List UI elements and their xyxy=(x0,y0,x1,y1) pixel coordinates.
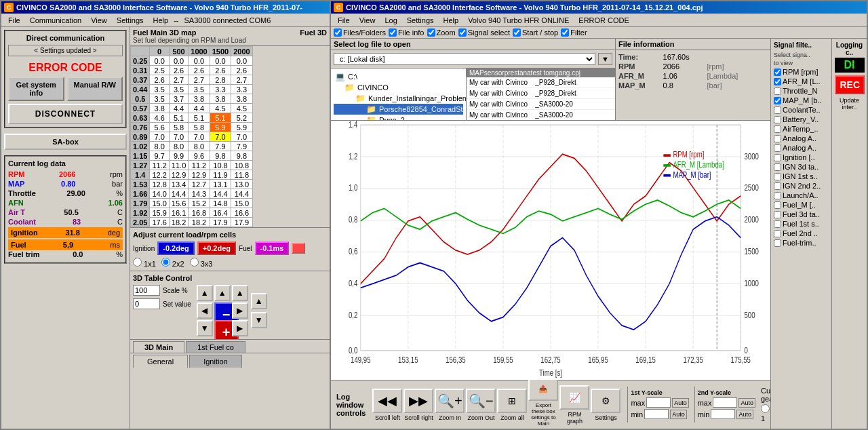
rmenu-settings[interactable]: Settings xyxy=(403,16,438,25)
cb-sig-afr[interactable] xyxy=(774,78,781,85)
zoom-out-btn[interactable]: 🔍− Zoom Out xyxy=(466,389,496,421)
arrow-right[interactable]: ▶ xyxy=(232,302,248,319)
ys-2nd-min-input[interactable] xyxy=(711,409,735,419)
manual-rw-btn[interactable]: Manual R/W xyxy=(67,77,123,101)
menu-help[interactable]: Help xyxy=(149,16,173,25)
cb-sig-analog-a[interactable] xyxy=(774,135,781,142)
cb-sig-coolant[interactable] xyxy=(774,106,781,114)
menu-settings[interactable]: Settings xyxy=(113,16,148,25)
drive-combo[interactable]: c: [Lokal disk] xyxy=(334,53,595,65)
log-file-item[interactable]: My car with Civinco _SA3000-20 xyxy=(467,99,615,110)
cb-sig-airtemp[interactable] xyxy=(774,125,781,133)
cb-sig-battery[interactable] xyxy=(774,116,781,123)
ys-2nd-max-input[interactable] xyxy=(713,397,737,408)
ys-1st-min-auto[interactable]: Auto xyxy=(670,410,687,419)
zoom-in-btn[interactable]: 🔍+ Zoom In xyxy=(435,389,465,421)
rmenu-log[interactable]: Log xyxy=(380,16,401,25)
get-system-btn[interactable]: Get system info xyxy=(8,77,64,101)
scale-input[interactable] xyxy=(133,285,160,296)
zoom-in-label: Zoom In xyxy=(439,414,461,421)
arrow-left[interactable]: ◀ xyxy=(197,302,213,319)
svg-text:1,0: 1,0 xyxy=(349,182,358,193)
cb-sig-throttle[interactable] xyxy=(774,87,781,95)
cb-zoom[interactable] xyxy=(427,28,435,37)
cb-sig-fuel1st[interactable] xyxy=(774,220,781,228)
arrow-down2[interactable]: ▼ xyxy=(251,312,267,328)
arrow-ur[interactable]: ▲ xyxy=(232,285,248,301)
cb-sig-map[interactable] xyxy=(774,97,781,104)
tree-dyno2[interactable]: 📁 Dyno_2 xyxy=(334,115,463,120)
cb-sig-rpm[interactable] xyxy=(774,69,781,76)
cb-sig-analog-b[interactable] xyxy=(774,144,781,152)
log-file-item[interactable]: My car with Civinco _P928_Direkt xyxy=(467,88,615,99)
ys-2nd-min-auto[interactable]: Auto xyxy=(736,410,753,419)
log-file-item[interactable]: My car with Civinco _SA3000-20 xyxy=(467,110,615,120)
rpm-graph-btn[interactable]: 📈 RPM graph xyxy=(559,385,589,425)
export-btn[interactable]: 📤 Export these box settings to Main prog… xyxy=(528,376,558,429)
ignition-neg-btn[interactable]: -0.2deg xyxy=(157,241,195,255)
rmenu-volvo[interactable]: Volvo 940 Turbo HFR ONLINE xyxy=(464,16,573,25)
ys-1st-max-auto[interactable]: Auto xyxy=(672,398,689,408)
scroll-left-btn[interactable]: ◀◀ Scroll left xyxy=(372,389,402,421)
arrow-dl[interactable]: ▼ xyxy=(197,320,213,336)
setval-input[interactable] xyxy=(133,298,160,309)
radio-2x2[interactable]: 2x2 xyxy=(161,258,184,268)
tree-kunder[interactable]: 📁 Kunder_Installningar_Problem... xyxy=(334,93,463,104)
cb-files[interactable] xyxy=(334,28,342,37)
table-row: 1.2711.211.011.210.810.8 xyxy=(131,161,253,170)
rec-btn[interactable]: REC xyxy=(835,75,865,94)
arrow-dr[interactable]: ▶ xyxy=(232,320,248,336)
adjust-row: Ignition -0.2deg +0.2deg Fuel -0.1ms xyxy=(133,241,327,255)
cb-fileinfo[interactable] xyxy=(389,28,397,37)
tree-civinco[interactable]: 📁 CIVINCO xyxy=(334,82,463,93)
radio-3x3[interactable]: 3x3 xyxy=(190,258,213,268)
subtab-ignition[interactable]: Ignition xyxy=(189,355,241,368)
cb-sig-launch[interactable] xyxy=(774,192,781,199)
arrow-ul[interactable]: ▲ xyxy=(197,285,213,301)
ys-1st-min-input[interactable] xyxy=(644,409,669,419)
scroll-right-btn[interactable]: ▶▶ Scroll right xyxy=(403,389,433,421)
cb-sig-ign2nd[interactable] xyxy=(774,182,781,190)
rmenu-file[interactable]: File xyxy=(334,16,354,25)
menu-file[interactable]: File xyxy=(4,16,24,25)
rmenu-help[interactable]: Help xyxy=(439,16,463,25)
settings-updated-btn[interactable]: < Settings updated > xyxy=(8,45,123,56)
cb-startstop[interactable] xyxy=(513,28,521,37)
cb-sig-fuel3d[interactable] xyxy=(774,211,781,218)
rmenu-view[interactable]: View xyxy=(355,16,380,25)
radio-1x1[interactable]: 1x1 xyxy=(133,258,156,268)
folder-icon-porsche: 📁 xyxy=(366,104,376,114)
arrow-up2[interactable]: ▲ xyxy=(251,293,267,309)
ignition-pos-btn[interactable]: +0.2deg xyxy=(197,241,236,255)
ys-2nd-max-auto[interactable]: Auto xyxy=(738,398,755,408)
tree-c[interactable]: 💻 C:\ xyxy=(334,71,463,82)
arrow-up[interactable]: ▲ xyxy=(214,285,231,301)
gear-radio-1[interactable]: 1 xyxy=(761,404,770,423)
cb-filter[interactable] xyxy=(561,28,569,37)
svg-text:169,15: 169,15 xyxy=(635,355,656,365)
cb-sig-fuel2nd[interactable] xyxy=(774,230,781,237)
fuel-adj-btn[interactable]: -0.1ms xyxy=(255,241,290,255)
cb-signal[interactable] xyxy=(458,28,467,37)
tab-3d-main[interactable]: 3D Main xyxy=(133,341,184,353)
cb-sig-ignition[interactable] xyxy=(774,154,781,161)
zoom-all-btn[interactable]: ⊞ Zoom all xyxy=(497,389,527,421)
cb-sig-fueltrim[interactable] xyxy=(774,239,781,247)
sa-box-btn[interactable]: SA-box xyxy=(4,134,127,150)
ys-1st-max-input[interactable] xyxy=(646,397,671,408)
file-dropdown-btn[interactable]: ▼ xyxy=(598,53,612,65)
cb-sig-ign1st[interactable] xyxy=(774,173,781,180)
log-fuel-trim-unit: % xyxy=(116,250,123,258)
rmenu-error[interactable]: ERROR CODE xyxy=(574,16,633,25)
menu-sa3000[interactable]: SA3000 connected COM6 xyxy=(180,16,275,25)
menu-communication[interactable]: Communication xyxy=(26,16,85,25)
cb-sig-fuelm[interactable] xyxy=(774,201,781,209)
menu-view[interactable]: View xyxy=(87,16,111,25)
log-file-item[interactable]: My car with Civinco _P928_Direkt xyxy=(467,77,615,88)
disconnect-btn[interactable]: DISCONNECT xyxy=(8,104,123,124)
tab-1st-fuel[interactable]: 1st Fuel co xyxy=(186,341,245,353)
settings-btn-log[interactable]: ⚙ Settings xyxy=(591,389,620,421)
cb-sig-ign3d[interactable] xyxy=(774,163,781,171)
subtab-general[interactable]: General xyxy=(133,355,188,368)
tree-porsche[interactable]: 📁 Porsche82854_ConradStalka xyxy=(334,104,463,115)
